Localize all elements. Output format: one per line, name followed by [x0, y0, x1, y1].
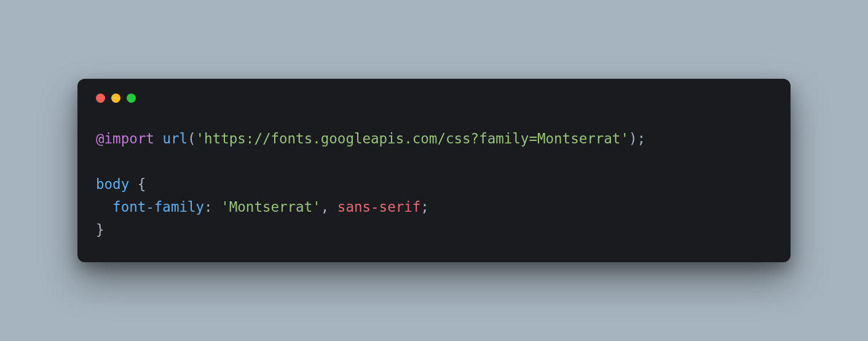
url-string: https://fonts.googleapis.com/css?family=… — [204, 130, 620, 146]
paren-close: ) — [629, 130, 637, 146]
at-rule: @import — [96, 130, 154, 146]
font-fallback: sans-serif — [337, 199, 420, 215]
property: font-family — [112, 199, 204, 215]
string-quote: ' — [312, 199, 321, 215]
minimize-icon[interactable] — [111, 94, 120, 103]
code-block: @import url('https://fonts.googleapis.co… — [96, 127, 772, 242]
brace-close: } — [96, 222, 105, 238]
paren-open: ( — [187, 130, 196, 146]
semicolon: ; — [420, 199, 429, 215]
comma: , — [321, 199, 337, 215]
close-icon[interactable] — [96, 94, 105, 103]
string-quote: ' — [196, 130, 205, 146]
string-quote: ' — [221, 199, 229, 215]
url-function: url — [162, 130, 187, 146]
semicolon: ; — [637, 130, 646, 146]
font-name: Montserrat — [229, 199, 312, 215]
string-quote: ' — [620, 130, 629, 146]
selector: body — [96, 176, 129, 192]
code-window: @import url('https://fonts.googleapis.co… — [77, 79, 791, 263]
brace-open: { — [129, 176, 146, 192]
colon: : — [204, 199, 221, 215]
indent — [96, 199, 112, 215]
zoom-icon[interactable] — [127, 94, 136, 103]
window-titlebar — [96, 94, 772, 103]
